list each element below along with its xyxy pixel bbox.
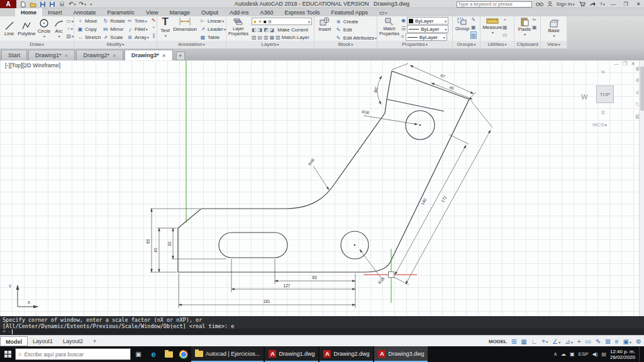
layer-dropdown[interactable]: ● ☀ ■ 0: [252, 18, 312, 25]
dim-left-outer[interactable]: 40: [153, 248, 158, 253]
dim-bottom-inner[interactable]: 83: [312, 275, 317, 280]
file-tab-drawing2[interactable]: Drawing2*: [76, 50, 123, 60]
dim-corner-radius[interactable]: R18: [377, 276, 386, 285]
new-drawing-tab-button[interactable]: +: [176, 52, 185, 60]
circle-button[interactable]: Circle: [36, 18, 51, 39]
object-snap-icon[interactable]: +: [577, 338, 581, 345]
quick-calculator-icon[interactable]: ▦: [502, 24, 508, 31]
line-button[interactable]: Line: [2, 21, 16, 36]
panel-label-clipboard[interactable]: Clipboard: [514, 41, 540, 48]
network-icon[interactable]: ▤: [601, 351, 606, 357]
security-icon[interactable]: ▣: [570, 351, 575, 357]
text-button[interactable]: T Text: [160, 16, 170, 38]
cut-icon[interactable]: ✂: [532, 16, 537, 24]
viewcube-top-face[interactable]: TOP: [596, 85, 614, 103]
ribbon-tab-express-tools[interactable]: Express Tools: [279, 8, 326, 16]
command-line[interactable]: Specify corner of window, enter a scale …: [0, 316, 644, 335]
language-indicator[interactable]: ESP: [579, 351, 589, 357]
cart-icon[interactable]: [579, 1, 586, 7]
slot[interactable]: [219, 233, 287, 258]
layer-freeze-button-icon[interactable]: ◩: [264, 26, 269, 34]
start-button[interactable]: [0, 346, 15, 362]
action-center-button[interactable]: [639, 346, 643, 362]
chrome-icon[interactable]: [176, 346, 191, 362]
fillet-button[interactable]: ╭Fillet: [126, 25, 149, 33]
speaker-icon[interactable]: ◀): [592, 351, 598, 357]
file-tab-start[interactable]: Start: [1, 50, 27, 60]
measure-button[interactable]: Measure: [482, 16, 502, 35]
ungroup-icon[interactable]: ▣: [470, 24, 477, 31]
scrollbar-thumb[interactable]: [640, 67, 644, 111]
annotation-scale-icon[interactable]: ▣: [623, 338, 631, 345]
layer-delete-icon[interactable]: ▧: [275, 34, 280, 41]
trim-button[interactable]: ✂Trim: [126, 17, 149, 25]
share-icon[interactable]: [589, 1, 596, 7]
viewport-minimize-icon[interactable]: —: [614, 61, 619, 67]
dim-end-face[interactable]: 67: [440, 73, 446, 79]
color-dropdown[interactable]: ByLayer: [407, 17, 448, 25]
ellipse-icon[interactable]: ○: [66, 25, 74, 33]
rectangle-icon[interactable]: ▭: [66, 18, 74, 25]
dim-fillet-radius[interactable]: R46: [308, 157, 316, 166]
hatch-icon[interactable]: ▨: [66, 33, 74, 40]
linetype-dropdown[interactable]: ByLayer: [406, 33, 447, 41]
create-block-button[interactable]: ⊕Create: [335, 18, 377, 26]
linear-button[interactable]: ⊢Linear: [199, 17, 226, 25]
selection-cycling-icon[interactable]: ⊠: [605, 338, 610, 345]
ribbon-tab-manage[interactable]: Manage: [164, 8, 196, 16]
layer-off-icon[interactable]: ◪: [270, 26, 275, 34]
ortho-toggle-icon[interactable]: ∟: [531, 338, 538, 345]
taskbar-window-drawing1[interactable]: ADrawing1.dwg: [265, 346, 318, 362]
polyline-button[interactable]: Polyline: [18, 21, 35, 36]
lineweight-toggle-icon[interactable]: ▭: [585, 338, 591, 345]
taskbar-window-explorer[interactable]: Autocad | Ejercicios...: [191, 346, 264, 362]
layer-lock-icon[interactable]: ▨: [252, 34, 257, 41]
dynamic-input-icon[interactable]: ✎: [596, 338, 601, 345]
sign-in-button[interactable]: Sign In: [557, 1, 575, 7]
copy-clip-icon[interactable]: ▣: [532, 24, 537, 31]
polar-tracking-icon[interactable]: ⌖: [542, 337, 548, 345]
dim-bottom-middle[interactable]: 127: [284, 283, 291, 288]
drawing-canvas[interactable]: [-][Top][2D Wireframe] 65 40 32: [0, 60, 644, 316]
close-tab-icon[interactable]: [113, 52, 116, 58]
layer-isolate-icon[interactable]: ◧: [252, 26, 257, 34]
viewcube-bottom-label[interactable]: B: [601, 109, 605, 116]
ribbon-tab-parametric[interactable]: Parametric: [102, 8, 141, 16]
ribbon-tab-home[interactable]: Home: [15, 8, 42, 16]
layer-unisolate-icon[interactable]: ◨: [258, 26, 263, 34]
panel-label-annotation[interactable]: Annotation: [157, 41, 226, 48]
id-point-icon[interactable]: +: [502, 16, 508, 24]
offset-icon[interactable]: ∥: [152, 32, 156, 40]
group-selection-on-icon[interactable]: ▥: [470, 31, 477, 39]
list-icon[interactable]: ▭: [502, 31, 508, 39]
search-binoculars-icon[interactable]: [536, 1, 543, 7]
leader-button[interactable]: ↗Leader: [199, 25, 226, 33]
workspace-switching-icon[interactable]: ≡: [615, 338, 619, 345]
dim-left-total[interactable]: 65: [146, 239, 150, 244]
dimension-lines-left[interactable]: [150, 209, 226, 272]
ribbon-tab-a360[interactable]: A360: [255, 8, 279, 16]
explode-icon[interactable]: *: [152, 25, 156, 32]
dim-bottom-total[interactable]: 181: [264, 299, 270, 304]
taskbar-clock[interactable]: 12:40 p. m. 26/02/2020: [610, 349, 635, 360]
group-edit-icon[interactable]: ✎: [470, 16, 477, 24]
edit-block-button[interactable]: ✎Edit: [335, 26, 377, 34]
ribbon-tab-view[interactable]: View: [140, 8, 164, 16]
taskbar-window-drawing3[interactable]: ADrawing3.dwg: [374, 346, 428, 362]
viewcube-north-label[interactable]: N: [601, 69, 605, 75]
taskbar-window-drawing2[interactable]: ADrawing2.dwg: [319, 346, 373, 362]
layer-unlock-icon[interactable]: ▤: [258, 34, 263, 41]
file-tab-drawing3[interactable]: Drawing3*: [125, 50, 173, 60]
dimension-lines-top[interactable]: [364, 63, 476, 124]
onedrive-icon[interactable]: ☁: [561, 351, 566, 357]
group-button[interactable]: Group: [454, 16, 470, 31]
minimize-button[interactable]: —: [609, 1, 618, 7]
layer-properties-button[interactable]: Layer Properties: [228, 17, 249, 36]
base-button[interactable]: Base: [545, 19, 563, 38]
dim-hole-radius[interactable]: R36: [362, 109, 370, 115]
viewcube-west-label[interactable]: W: [581, 93, 587, 101]
layer-merge-icon[interactable]: ▦: [270, 34, 275, 41]
customization-icon[interactable]: ⚙: [636, 338, 641, 345]
insert-button[interactable]: Insert: [317, 16, 333, 32]
layout2-tab[interactable]: Layout2: [58, 336, 88, 346]
